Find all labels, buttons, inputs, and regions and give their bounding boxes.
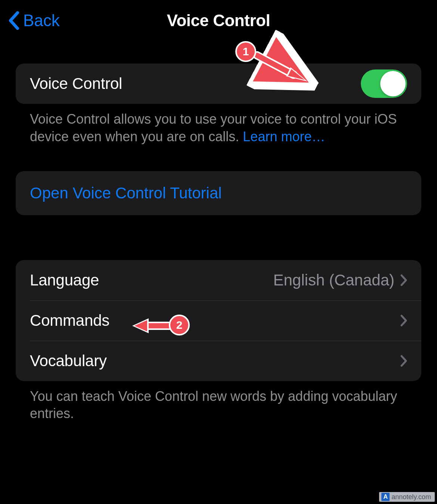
nav-header: Back Voice Control: [0, 0, 437, 41]
chevron-left-icon: [8, 11, 19, 30]
watermark-logo-icon: A: [381, 493, 390, 501]
page-title: Voice Control: [167, 11, 270, 30]
toggle-knob: [380, 71, 406, 96]
vocabulary-label: Vocabulary: [30, 352, 400, 370]
voice-control-row[interactable]: Voice Control: [16, 64, 421, 104]
language-row[interactable]: Language English (Canada): [16, 260, 421, 300]
voice-control-toggle[interactable]: [361, 69, 407, 98]
watermark-text: annotely.com: [391, 493, 431, 501]
chevron-right-icon: [400, 274, 407, 286]
voice-control-toggle-group: Voice Control: [16, 64, 421, 104]
back-label: Back: [23, 11, 60, 30]
badge-1: 1: [235, 41, 256, 62]
vocabulary-row[interactable]: Vocabulary: [16, 341, 421, 381]
content: Voice Control Voice Control allows you t…: [0, 64, 437, 423]
vocabulary-footer: You can teach Voice Control new words by…: [16, 381, 421, 423]
settings-group: Language English (Canada) Commands Vocab…: [16, 260, 421, 381]
learn-more-link[interactable]: Learn more…: [243, 129, 325, 144]
chevron-right-icon: [400, 315, 407, 327]
back-button[interactable]: Back: [0, 11, 60, 30]
voice-control-description: Voice Control allows you to use your voi…: [16, 104, 421, 146]
open-tutorial-label: Open Voice Control Tutorial: [30, 184, 222, 202]
commands-row[interactable]: Commands: [16, 300, 421, 341]
description-text: Voice Control allows you to use your voi…: [30, 111, 397, 144]
language-label: Language: [30, 271, 273, 289]
annotation-badge-1: 1: [235, 41, 256, 62]
language-value: English (Canada): [273, 271, 394, 289]
tutorial-group: Open Voice Control Tutorial: [16, 171, 421, 215]
open-tutorial-row[interactable]: Open Voice Control Tutorial: [16, 171, 421, 215]
chevron-right-icon: [400, 355, 407, 367]
commands-label: Commands: [30, 312, 400, 330]
watermark: A annotely.com: [379, 492, 435, 502]
voice-control-label: Voice Control: [30, 75, 361, 93]
